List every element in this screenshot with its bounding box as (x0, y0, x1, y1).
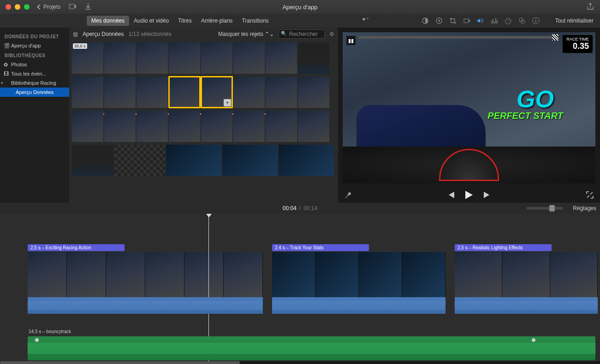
clip-thumb[interactable] (169, 111, 200, 142)
pause-overlay-icon[interactable]: ▮▮ (346, 36, 356, 45)
stabilize-icon[interactable] (463, 17, 470, 24)
clip-thumb[interactable] (72, 145, 113, 176)
preview-panel: ▮▮ RACE TIME 0.35 GO PERFECT START 🎤 (338, 28, 600, 203)
race-hud: RACE TIME 0.35 (563, 35, 593, 53)
tab-transitions[interactable]: Transitions (237, 16, 273, 26)
tab-my-data[interactable]: Mes données (87, 16, 129, 26)
gear-icon[interactable]: ⚙ (329, 31, 334, 37)
color-wheel-icon[interactable] (435, 17, 443, 24)
clip-thumb[interactable] (266, 76, 297, 108)
clip-thumb[interactable] (137, 76, 168, 108)
sidebar-item-app-preview[interactable]: 🎬 Aperçu d'app (0, 41, 69, 50)
hide-rejected-dropdown[interactable]: Masquer les rejets⌃⌄ (218, 31, 274, 37)
sidebar-header-libraries: BIBLIOTHÈQUES (0, 50, 69, 60)
timeline[interactable]: 2,5 s – Exciting Racing Action 2,4 s – T… (0, 214, 600, 364)
tab-titles[interactable]: Titres (173, 16, 196, 26)
go-text: GO (517, 85, 554, 113)
clip-thumb[interactable] (201, 111, 232, 142)
clip-thumb[interactable] (201, 42, 232, 74)
tab-audio-video[interactable]: Audio et vidéo (129, 16, 173, 26)
info-icon[interactable] (532, 17, 540, 24)
clip-title-bar[interactable]: 2,5 s – Realistic Lighting Effects (455, 244, 552, 251)
color-balance-icon[interactable] (422, 17, 429, 24)
zoom-slider[interactable] (526, 207, 563, 210)
clip-audio-track[interactable] (272, 297, 446, 314)
add-icon[interactable]: + (224, 99, 231, 106)
magic-wand-icon[interactable]: ✦⁺ (362, 16, 369, 23)
clip-thumb[interactable] (72, 76, 103, 108)
next-button[interactable] (483, 192, 491, 200)
keyframe-dot[interactable] (35, 338, 39, 342)
equalizer-icon[interactable] (491, 17, 498, 24)
zoom-window[interactable] (24, 4, 30, 10)
clip-thumb[interactable] (137, 42, 168, 74)
svg-rect-0 (69, 4, 74, 9)
back-projects-button[interactable]: Projets (36, 4, 60, 10)
speed-icon[interactable] (505, 17, 512, 24)
keyframe-dot[interactable] (532, 338, 535, 342)
fullscreen-icon[interactable] (586, 191, 594, 200)
timeline-clip-3[interactable]: 2,5 s – Realistic Lighting Effects (455, 244, 598, 314)
clip-thumb[interactable] (279, 145, 334, 176)
tab-backgrounds[interactable]: Arrière-plans (196, 16, 238, 26)
clip-thumb[interactable] (137, 111, 168, 142)
clip-thumb[interactable] (169, 42, 200, 74)
clip-thumb[interactable]: 38,6 s (72, 42, 103, 74)
clip-thumb[interactable] (104, 76, 136, 108)
music-label: 14,5 s – bouncytrack (29, 329, 71, 334)
prev-button[interactable] (447, 192, 455, 200)
clip-audio-track[interactable] (455, 297, 598, 314)
preview-viewer[interactable]: ▮▮ RACE TIME 0.35 GO PERFECT START (343, 32, 595, 183)
horizontal-scrollbar[interactable] (0, 361, 600, 364)
clip-thumb[interactable] (114, 145, 165, 176)
clip-thumb[interactable] (233, 111, 265, 142)
reset-all-button[interactable]: Tout réinitialiser (555, 18, 594, 24)
clip-thumb[interactable] (104, 42, 136, 74)
adjust-icons: Tout réinitialiser (422, 17, 596, 24)
clip-thumb[interactable] (298, 42, 329, 74)
sidebar-item-all-events[interactable]: 🎞 Tous les évèn... (0, 69, 69, 78)
download-icon[interactable] (85, 3, 91, 11)
minimize-window[interactable] (15, 4, 20, 10)
effects-icon[interactable] (518, 17, 526, 24)
clip-title-bar[interactable]: 2,5 s – Exciting Racing Action (28, 244, 125, 251)
timeline-clip-1[interactable]: 2,5 s – Exciting Racing Action (28, 244, 263, 314)
clip-thumb[interactable] (233, 42, 265, 74)
sidebar-item-apercu-donnees[interactable]: Aperçu Données (0, 88, 69, 97)
clip-video-track[interactable] (455, 252, 598, 297)
search-input[interactable]: Rechercher (279, 29, 325, 39)
close-window[interactable] (6, 4, 11, 10)
play-button[interactable] (465, 191, 473, 200)
duration-badge: 38,6 s (73, 43, 87, 49)
clip-video-track[interactable] (272, 252, 446, 297)
clip-thumbnails[interactable]: 38,6 s + (69, 41, 338, 203)
timeline-clip-2[interactable]: 2,4 s – Track Your Stats (272, 244, 446, 314)
clip-thumb[interactable] (266, 111, 297, 142)
clip-title-bar[interactable]: 2,4 s – Track Your Stats (272, 244, 369, 251)
clip-video-track[interactable] (28, 252, 263, 297)
timeline-settings-button[interactable]: Réglages (573, 205, 596, 211)
clip-thumb[interactable] (72, 111, 103, 142)
volume-icon[interactable] (477, 17, 484, 24)
svg-point-5 (438, 20, 440, 22)
clip-thumb-selected[interactable]: + (201, 76, 232, 108)
clip-thumb[interactable] (233, 76, 265, 108)
clip-thumb[interactable] (104, 111, 136, 142)
clip-thumb[interactable] (266, 42, 297, 74)
share-icon[interactable] (587, 3, 594, 12)
clip-thumb[interactable] (298, 76, 329, 108)
clip-thumb[interactable] (222, 145, 278, 176)
clip-thumb[interactable] (298, 111, 329, 142)
library-import-icon[interactable] (69, 3, 77, 11)
music-track[interactable]: 14,5 s – bouncytrack (28, 336, 595, 360)
sidebar-item-label: Bibliothèque Racing (11, 80, 56, 86)
clip-audio-track[interactable] (28, 297, 263, 314)
sidebar-item-racing-library[interactable]: Bibliothèque Racing (0, 78, 69, 88)
sidebar: DONNÉES DU PROJET 🎬 Aperçu d'app BIBLIOT… (0, 28, 69, 203)
clip-thumb[interactable] (166, 145, 221, 176)
voiceover-mic-icon[interactable]: 🎤 (345, 192, 351, 199)
sidebar-item-photos[interactable]: ✿ Photos (0, 60, 69, 69)
crop-icon[interactable] (449, 17, 457, 24)
grid-view-icon[interactable]: ▦ (73, 31, 78, 37)
clip-thumb-selected[interactable] (169, 76, 200, 108)
